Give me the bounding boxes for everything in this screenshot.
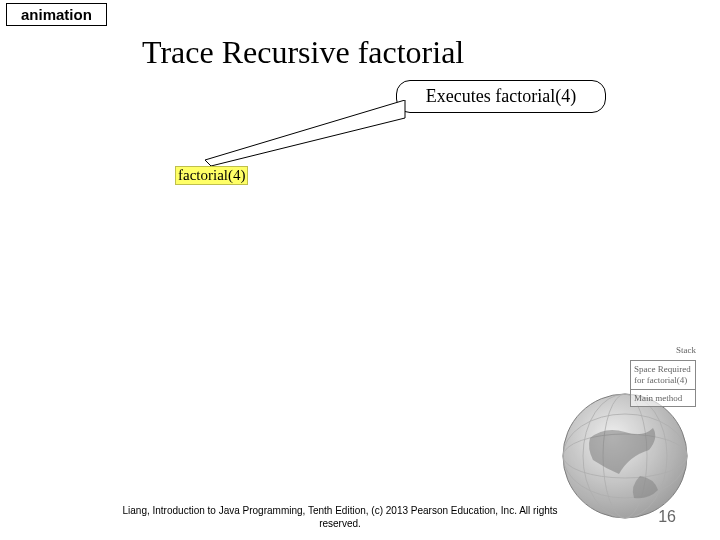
slide-title: Trace Recursive factorial (142, 34, 464, 71)
stack-frame: Space Required for factorial(4) (630, 360, 696, 390)
slide: animation Trace Recursive factorial Exec… (0, 0, 720, 540)
svg-marker-0 (205, 100, 405, 166)
code-fragment: factorial(4) (175, 166, 248, 185)
callout-pointer (205, 100, 415, 170)
footer-copyright: Liang, Introduction to Java Programming,… (120, 505, 560, 530)
callout-box: Executes factorial(4) (396, 80, 606, 113)
stack-frame: Main method (630, 389, 696, 408)
page-number: 16 (658, 508, 676, 526)
stack-header: Stack (630, 345, 696, 355)
animation-label: animation (6, 3, 107, 26)
stack-diagram: Stack Space Required for factorial(4) Ma… (630, 345, 696, 407)
